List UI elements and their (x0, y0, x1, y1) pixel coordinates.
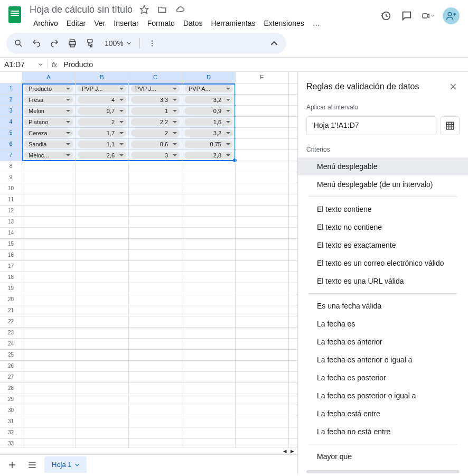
cell[interactable] (76, 405, 129, 416)
cell[interactable] (236, 427, 289, 438)
row-header[interactable]: 6 (0, 139, 22, 150)
cell[interactable]: 3,3 (129, 95, 182, 105)
cell[interactable] (22, 172, 76, 183)
cell[interactable] (236, 339, 289, 349)
add-sheet-icon[interactable] (4, 457, 20, 473)
cell[interactable] (129, 161, 182, 172)
cell[interactable] (76, 217, 129, 227)
dropdown-chip[interactable]: 0,75 (184, 141, 233, 148)
move-folder-icon[interactable] (156, 3, 169, 16)
cell[interactable] (129, 427, 182, 438)
cell[interactable] (236, 128, 289, 138)
menu-extensiones[interactable]: Extensiones (260, 17, 307, 30)
dropdown-chip[interactable]: 1,1 (78, 141, 126, 148)
cell[interactable] (236, 416, 289, 427)
cell[interactable] (182, 261, 236, 272)
cell[interactable] (76, 350, 129, 360)
cell[interactable]: Sandia (22, 139, 76, 150)
cell[interactable] (76, 261, 129, 272)
cell[interactable] (76, 372, 129, 382)
cell[interactable] (236, 106, 289, 116)
row-header[interactable]: 29 (0, 394, 22, 405)
cell[interactable] (76, 416, 129, 427)
dropdown-chip[interactable]: 4 (78, 96, 126, 104)
cell[interactable] (76, 427, 129, 438)
cell[interactable] (129, 283, 182, 294)
more-icon[interactable] (144, 35, 160, 51)
criteria-option[interactable]: El texto contiene (298, 200, 468, 218)
cell[interactable]: 1,1 (76, 139, 129, 150)
cell[interactable] (22, 161, 76, 172)
criteria-option[interactable]: La fecha es posterior o igual a (298, 387, 468, 405)
cell[interactable]: 3 (129, 150, 182, 161)
cell[interactable] (22, 283, 76, 294)
cell[interactable]: PVP J... (129, 83, 182, 94)
row-header[interactable]: 31 (0, 416, 22, 427)
cell[interactable] (22, 194, 76, 205)
cell[interactable] (182, 383, 236, 394)
cell[interactable] (182, 328, 236, 338)
close-icon[interactable] (447, 80, 460, 93)
menu-editar[interactable]: Editar (63, 17, 90, 30)
cell[interactable]: 0,75 (182, 139, 236, 150)
row-header[interactable]: 18 (0, 272, 22, 283)
redo-icon[interactable] (46, 35, 62, 51)
cell[interactable]: PVP A... (182, 83, 236, 94)
row-header[interactable]: 10 (0, 183, 22, 194)
row-header[interactable]: 20 (0, 294, 22, 305)
row-header[interactable]: 30 (0, 405, 22, 416)
cell[interactable] (22, 239, 76, 249)
cell[interactable] (76, 228, 129, 238)
cell[interactable] (182, 228, 236, 238)
cell[interactable] (129, 383, 182, 394)
cell[interactable]: 0,7 (76, 106, 129, 116)
cell[interactable] (129, 228, 182, 238)
cell[interactable] (182, 316, 236, 327)
cell[interactable] (182, 183, 236, 194)
row-header[interactable]: 12 (0, 206, 22, 217)
cell[interactable]: 2 (76, 117, 129, 127)
cell[interactable] (236, 294, 289, 305)
cell[interactable] (22, 394, 76, 405)
cell[interactable] (182, 239, 236, 249)
cell[interactable] (22, 383, 76, 394)
row-header[interactable]: 23 (0, 328, 22, 339)
cell[interactable] (129, 361, 182, 371)
criteria-option[interactable]: La fecha no está entre (298, 423, 468, 441)
dropdown-chip[interactable]: 0,9 (184, 107, 233, 115)
cell[interactable] (182, 194, 236, 205)
dropdown-chip[interactable]: 0,6 (131, 141, 180, 148)
menu-archivo[interactable]: Archivo (30, 17, 62, 30)
cell[interactable] (236, 272, 289, 283)
cell[interactable] (236, 117, 289, 127)
cell[interactable] (22, 183, 76, 194)
doc-title[interactable]: Hoja de cálculo sin título (30, 4, 133, 15)
row-header[interactable]: 19 (0, 283, 22, 294)
cell[interactable] (236, 316, 289, 327)
cell[interactable] (22, 261, 76, 272)
cell[interactable] (76, 183, 129, 194)
criteria-option[interactable]: La fecha es anterior o igual a (298, 351, 468, 369)
cell[interactable] (182, 206, 236, 216)
col-header[interactable]: A (22, 72, 76, 83)
cell[interactable]: Cereza (22, 128, 76, 138)
cell[interactable]: Melon (22, 106, 76, 116)
print-icon[interactable] (64, 35, 80, 51)
dropdown-chip[interactable]: Sandia (24, 141, 73, 148)
cell[interactable] (236, 438, 289, 447)
dropdown-chip[interactable]: 3,3 (131, 96, 180, 104)
cell[interactable]: 2,2 (129, 117, 182, 127)
cell[interactable] (182, 250, 236, 260)
sheets-logo[interactable] (4, 4, 25, 25)
cell[interactable] (22, 328, 76, 338)
row-header[interactable]: 14 (0, 228, 22, 239)
menu-insertar[interactable]: Insertar (110, 17, 142, 30)
criteria-option[interactable]: Menú desplegable (de un intervalo) (298, 175, 468, 193)
row-header[interactable]: 21 (0, 305, 22, 316)
row-header[interactable]: 5 (0, 128, 22, 139)
cell[interactable] (76, 161, 129, 172)
cell[interactable] (182, 416, 236, 427)
all-sheets-icon[interactable] (24, 457, 40, 473)
cell[interactable] (182, 350, 236, 360)
cell[interactable] (129, 194, 182, 205)
